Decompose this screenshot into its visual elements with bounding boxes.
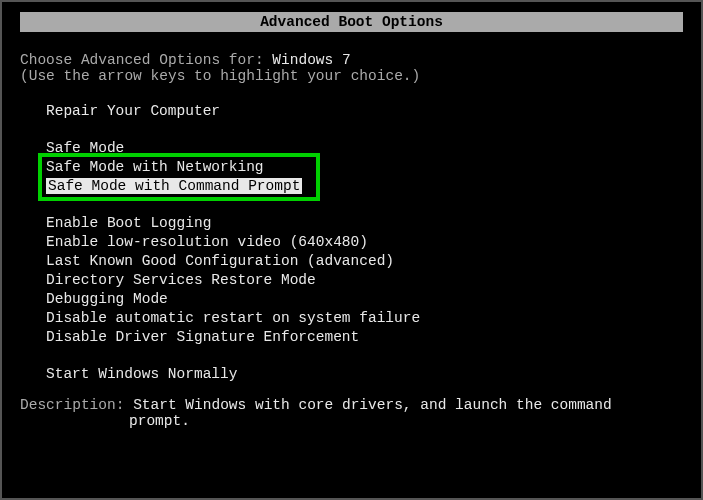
prompt-prefix: Choose Advanced Options for: (20, 52, 272, 68)
description-text-line2: prompt. (129, 413, 190, 429)
option-disable-driver-signature[interactable]: Disable Driver Signature Enforcement (46, 328, 683, 346)
option-debugging-mode[interactable]: Debugging Mode (46, 290, 683, 308)
option-label: Safe Mode with Command Prompt (46, 178, 302, 194)
description: Description: Start Windows with core dri… (20, 397, 683, 429)
os-name: Windows 7 (272, 52, 350, 68)
prompt-line: Choose Advanced Options for: Windows 7 (20, 52, 683, 68)
option-directory-services-restore[interactable]: Directory Services Restore Mode (46, 271, 683, 289)
option-safe-mode-command-prompt[interactable]: Safe Mode with Command Prompt (46, 177, 683, 195)
title-bar: Advanced Boot Options (20, 12, 683, 32)
description-label: Description: (20, 397, 133, 413)
option-start-normally[interactable]: Start Windows Normally (46, 365, 683, 383)
boot-options-list: Repair Your Computer Safe Mode Safe Mode… (46, 102, 683, 383)
option-repair-your-computer[interactable]: Repair Your Computer (46, 102, 683, 120)
page-title: Advanced Boot Options (260, 14, 443, 30)
option-last-known-good[interactable]: Last Known Good Configuration (advanced) (46, 252, 683, 270)
option-enable-boot-logging[interactable]: Enable Boot Logging (46, 214, 683, 232)
option-safe-mode[interactable]: Safe Mode (46, 139, 683, 157)
option-low-resolution-video[interactable]: Enable low-resolution video (640x480) (46, 233, 683, 251)
option-safe-mode-networking[interactable]: Safe Mode with Networking (46, 158, 683, 176)
description-text-line1: Start Windows with core drivers, and lau… (133, 397, 612, 413)
option-disable-auto-restart[interactable]: Disable automatic restart on system fail… (46, 309, 683, 327)
hint-line: (Use the arrow keys to highlight your ch… (20, 68, 683, 84)
